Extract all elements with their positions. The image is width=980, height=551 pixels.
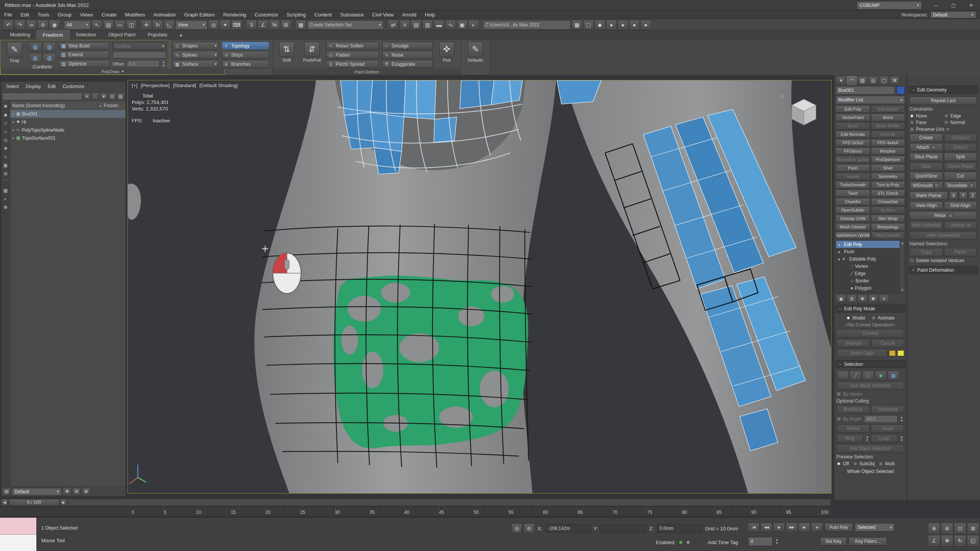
time-slider-handle[interactable]: 0 / 100 (9, 499, 59, 506)
polydraw-draw-button[interactable]: ◇Shapes (173, 42, 219, 50)
previous-frame-arrow-icon[interactable]: ◀ (1, 499, 8, 506)
display-lights-icon[interactable]: ☼ (2, 128, 10, 135)
modifier-set-button[interactable]: Chamfer (836, 198, 870, 205)
modifier-stack-row[interactable]: ▼ ◇ Border (836, 277, 900, 284)
toggle-layer-explorer-icon[interactable]: ▥ (422, 20, 433, 30)
constraint-radio[interactable]: Face (910, 120, 943, 125)
modifier-set-button[interactable]: Unwrap UVW (836, 215, 870, 222)
material-editor-icon[interactable]: ◐ (468, 20, 479, 30)
go-to-end-icon[interactable]: ▶| (799, 523, 810, 532)
selection-rollout-header[interactable]: Selection (836, 360, 905, 368)
menu-item[interactable]: Substance (336, 11, 368, 19)
scene-object-row[interactable]: ● ▦ Box001 (10, 110, 126, 118)
border-subobject-icon[interactable]: ◇ (862, 371, 874, 380)
mirror-icon[interactable]: ⇄ (388, 20, 399, 30)
maximize-viewport-icon[interactable]: ◱ (967, 535, 979, 546)
menu-item[interactable]: Customize (250, 11, 282, 19)
make-planar-axis-button[interactable]: Y (959, 191, 967, 200)
surface-pick-field[interactable] (113, 51, 166, 59)
menu-item[interactable]: Animation (149, 11, 180, 19)
select-and-scale-icon[interactable]: ◺ (164, 20, 175, 30)
stack-scrollbar[interactable]: ▲▼ (900, 241, 905, 293)
menu-item[interactable]: Views (76, 11, 97, 19)
menu-item[interactable]: Create (97, 11, 121, 19)
visibility-dot-icon[interactable]: ● (12, 136, 14, 140)
menu-item[interactable]: Content (310, 11, 336, 19)
workspaces-dropdown[interactable]: Default (930, 11, 976, 18)
edit-geometry-button[interactable]: Unhide All (944, 221, 977, 230)
menu-item[interactable]: Modifiers (121, 11, 149, 19)
display-containers-icon[interactable]: ▦ (2, 187, 10, 194)
zoom-all-icon[interactable]: ⊛ (941, 523, 953, 534)
visibility-dot-icon[interactable]: ● (12, 120, 14, 124)
viewport-label-segment[interactable]: [Default Shading] (199, 83, 238, 88)
make-unique-icon[interactable]: ❖ (858, 295, 867, 303)
preserve-uvs-settings-icon[interactable] (946, 127, 950, 131)
scene-object-row[interactable]: ● ▦ TopoSurface001 (10, 134, 126, 142)
modifier-set-button[interactable]: FFD 3x3x3 (836, 139, 870, 147)
listener-macro-line[interactable] (0, 518, 36, 535)
menu-item[interactable]: Help (421, 11, 439, 19)
polydraw-draw-button[interactable]: ▦Surface (173, 60, 219, 68)
render-dim-3-icon[interactable]: ● (629, 20, 640, 30)
toggle-ribbon-icon[interactable]: ▬ (434, 20, 444, 30)
preserve-uvs-checkbox[interactable]: Preserve UVs (910, 127, 944, 132)
keyboard-shortcut-override-icon[interactable]: ⌨ (231, 20, 242, 30)
scene-object-row[interactable]: ● ∿ PolyTopoSplineNode (10, 126, 126, 134)
edit-geometry-button[interactable]: QuickSlice (910, 172, 943, 180)
preview-selection-radio[interactable]: Multi (879, 461, 895, 466)
modifier-set-button[interactable]: Mesh Cleaner (836, 223, 870, 231)
time-slider-track[interactable] (68, 499, 830, 506)
object-color-swatch[interactable] (897, 86, 905, 95)
motion-tab-icon[interactable]: ◎ (868, 76, 878, 85)
edit-geometry-button[interactable]: MSmooth (910, 181, 943, 190)
z-coordinate-field[interactable]: 0.0mm (657, 524, 702, 533)
selection-lock-toggle-icon[interactable]: ⊘ (524, 523, 534, 533)
edit-poly-mode-rollout-header[interactable]: Edit Poly Mode (836, 305, 905, 313)
modifier-set-button[interactable]: TurboSmooth (836, 181, 870, 189)
modifier-set-button[interactable]: Skin Wrap (871, 215, 905, 222)
search-icon[interactable]: ◌ (91, 93, 99, 100)
edit-geometry-button[interactable]: Tessellate (944, 181, 977, 190)
viewport-canvas[interactable] (128, 80, 831, 493)
edit-geometry-button[interactable]: Split (944, 153, 977, 161)
show-end-result-icon[interactable]: ≣ (847, 295, 857, 303)
select-and-rotate-icon[interactable]: ↻ (152, 20, 163, 30)
modifier-set-button[interactable]: PathDeform (WSM) (836, 231, 870, 239)
polydraw-topo-button[interactable]: ⋔Branches (222, 60, 269, 68)
percent-snap-icon[interactable]: % (269, 20, 280, 30)
minimize-button[interactable]: ─ (927, 0, 945, 10)
rectangular-selection-region-icon[interactable]: ▭ (114, 20, 125, 30)
pick-layer-icon[interactable]: ⊞ (72, 488, 81, 496)
render-dim-4-icon[interactable]: ● (640, 20, 651, 30)
modifier-set-button[interactable]: Shell (871, 164, 905, 172)
polydraw-panel-label[interactable]: PolyDraw▾ (0, 68, 225, 75)
conform-brush-3-icon[interactable]: ◍ (29, 53, 42, 63)
listener-script-line[interactable] (0, 535, 36, 551)
close-button[interactable]: ✕ (962, 0, 980, 10)
go-to-start-icon[interactable]: |◀ (748, 523, 760, 532)
maxscript-mini-listener[interactable] (0, 518, 37, 551)
edit-geometry-rollout-header[interactable]: Edit Geometry (909, 86, 978, 94)
edit-geometry-button[interactable]: Reset Plane (944, 162, 977, 171)
select-and-move-icon[interactable]: ✛ (141, 20, 152, 30)
polydraw-tool-button[interactable]: ▨Optimize (59, 60, 109, 68)
modify-tab-icon[interactable]: ◠ (847, 76, 857, 85)
modifier-set-button[interactable]: STL Check (871, 189, 905, 197)
select-object-icon[interactable]: ↖ (91, 20, 102, 30)
edit-geometry-button[interactable]: Slice Plane (910, 153, 943, 161)
select-and-manipulate-icon[interactable]: ✦ (220, 20, 230, 30)
ribbon-tab[interactable]: Freeform (36, 30, 70, 39)
render-setup-icon[interactable]: ▩ (572, 20, 582, 30)
display-bones-icon[interactable]: ⌒ (2, 178, 10, 186)
polydraw-topo-button[interactable]: ≡Strips (222, 51, 269, 59)
workspace-dropdown[interactable]: CGBUMP (857, 1, 922, 10)
lock-explorer-icon[interactable]: ⊡ (108, 93, 116, 100)
x-coordinate-field[interactable]: -109.142m (546, 524, 591, 533)
frozen-column-header[interactable]: Frozen (104, 103, 124, 108)
remove-modifier-icon[interactable]: ✖ (868, 295, 878, 303)
display-tab-icon[interactable]: ▢ (879, 76, 889, 85)
modifier-set-button[interactable]: Edit Spline (871, 105, 905, 113)
pan-icon[interactable]: ✥ (941, 535, 953, 546)
edit-geometry-button[interactable]: View Align (910, 201, 943, 210)
